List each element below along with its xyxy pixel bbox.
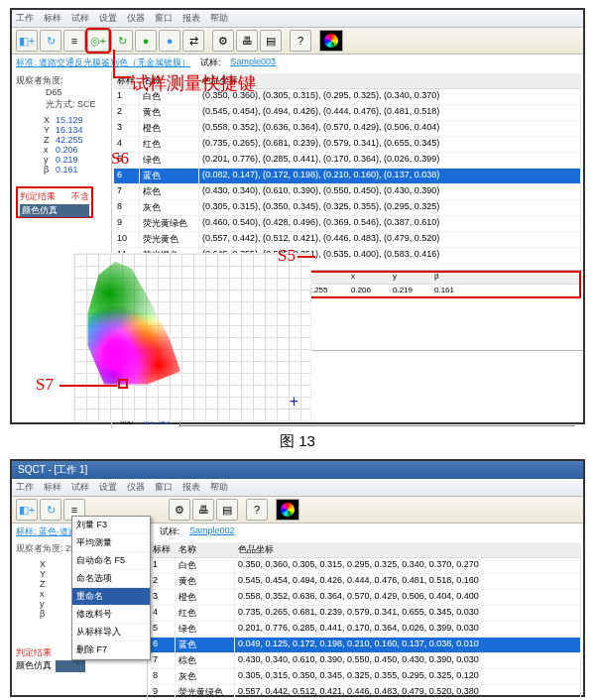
table-row[interactable]: 7棕色0.430, 0.340, 0.610, 0.390, 0.550, 0.…: [150, 653, 581, 669]
green-circle-icon[interactable]: ●: [135, 30, 157, 52]
menu-item[interactable]: 自动命名 F5: [72, 552, 150, 570]
col-header[interactable]: 名称: [176, 542, 235, 557]
menu-item[interactable]: 帮助: [210, 481, 228, 494]
coord-label: X: [44, 115, 56, 125]
chart-icon[interactable]: ▤: [260, 30, 282, 52]
menu-item[interactable]: 删除 F7: [72, 642, 150, 659]
table-row[interactable]: 3橙色0.558, 0.352, 0.636, 0.364, 0.570, 0.…: [150, 590, 581, 606]
chart-icon[interactable]: ▤: [216, 499, 238, 521]
coord-value: 0.206: [56, 145, 78, 155]
annot-measure: 试样测量快捷键: [131, 71, 256, 95]
coord-label: x: [40, 589, 52, 599]
menu-item[interactable]: 设置: [99, 481, 117, 494]
col-header[interactable]: 色品坐标: [199, 73, 581, 88]
sample-link[interactable]: Sample003: [231, 57, 277, 69]
coord-value: 15.129: [56, 115, 83, 125]
annot-s5: S5: [278, 246, 296, 266]
result-title: 判定结果: [16, 647, 52, 657]
menu-item[interactable]: 命名选项: [72, 570, 150, 588]
coord-label: x: [44, 145, 56, 155]
help-icon[interactable]: ?: [290, 30, 311, 52]
coord-label: Z: [40, 579, 52, 589]
print-icon[interactable]: 🖶: [236, 30, 258, 52]
table-row[interactable]: 5绿色(0.201, 0.776), (0.285, 0.441), (0.17…: [114, 153, 581, 169]
coord-label: Y: [44, 125, 56, 135]
menu-item[interactable]: 试样: [71, 481, 89, 494]
table-row[interactable]: 1白色0.350, 0.360, 0.305, 0.315, 0.295, 0.…: [150, 558, 581, 574]
coord-label: Y: [40, 569, 52, 579]
coord-label: β: [44, 165, 56, 175]
table-row[interactable]: 4红色0.735, 0.265, 0.681, 0.239, 0.579, 0.…: [150, 606, 581, 622]
coord-value: 0.161: [56, 165, 78, 175]
menu-item[interactable]: 报表: [182, 481, 200, 494]
blue-circle-icon[interactable]: ●: [159, 30, 180, 52]
table-row[interactable]: 8灰色(0.305, 0.315), (0.350, 0.345), (0.32…: [114, 200, 581, 216]
light-mode-value: SCE: [77, 99, 96, 109]
toolbar: ◧+ ↻ ≡ ◎+ ↻ ● ● ⇄ ⚙ 🖶 ▤ ?: [12, 28, 583, 55]
menu-item[interactable]: 工作: [16, 481, 34, 494]
sample-context-menu: 刘量 F3 平均测量 自动命名 F5 命名选项 重命名 修改料号 从标样导入 删…: [71, 516, 151, 660]
sqct-logo-icon[interactable]: [276, 499, 299, 521]
coord-value: 0.219: [56, 155, 78, 165]
refresh-icon[interactable]: ↻: [40, 499, 61, 521]
refresh2-icon[interactable]: ↻: [111, 30, 133, 52]
gear-icon[interactable]: ⚙: [169, 499, 190, 521]
annot-s6: S6: [111, 149, 129, 169]
print-icon[interactable]: 🖶: [192, 499, 214, 521]
coord-label: Z: [44, 135, 56, 145]
measure-sample-icon[interactable]: ◎+: [87, 30, 109, 52]
sample-link[interactable]: Sample002: [189, 525, 235, 538]
menu-bar: 工作 标样 试样 设置 仪器 窗口 报表 帮助: [12, 479, 583, 497]
menu-item[interactable]: 工作: [16, 12, 34, 25]
table-row[interactable]: 5绿色0.201, 0.776, 0.285, 0.441, 0.170, 0.…: [150, 622, 581, 638]
menu-item[interactable]: 窗口: [155, 481, 173, 494]
table-row[interactable]: 9荧光黄绿色0.557, 0.442, 0.512, 0.421, 0.446,…: [150, 685, 581, 700]
table-row[interactable]: 2黄色(0.545, 0.454), (0.494, 0.426), (0.44…: [114, 105, 581, 121]
menu-item[interactable]: 从标样导入: [72, 624, 150, 642]
col-header[interactable]: 色品坐标: [235, 542, 581, 557]
table-row[interactable]: 2黄色0.545, 0.454, 0.494, 0.426, 0.444, 0.…: [150, 574, 581, 590]
menu-item[interactable]: 报表: [182, 12, 200, 25]
color-swatch: [56, 660, 85, 672]
standard-link[interactable]: 标样: 蓝色·道路: [16, 525, 77, 538]
coord-label: β: [40, 609, 52, 619]
menu-item[interactable]: 标样: [44, 481, 61, 494]
menu-item[interactable]: 平均测量: [72, 534, 150, 552]
menu-item[interactable]: 修改料号: [72, 606, 150, 624]
col-header[interactable]: 标样: [150, 542, 176, 557]
result-title: 判定结果: [20, 191, 56, 201]
result-box: 判定结果 不含 颜色仿真: [16, 186, 93, 218]
table-row[interactable]: 10荧光黄色(0.557, 0.442), (0.512, 0.421), (0…: [114, 232, 581, 248]
menu-item[interactable]: 刘量 F3: [72, 517, 150, 534]
coord-label: y: [44, 155, 56, 165]
cie-diagram: +: [73, 253, 311, 421]
menu-item[interactable]: 窗口: [155, 12, 173, 25]
menu-item-rename[interactable]: 重命名: [72, 588, 150, 606]
swap-icon[interactable]: ⇄: [182, 30, 204, 52]
refresh-icon[interactable]: ↻: [40, 30, 61, 52]
menu-item[interactable]: 仪器: [127, 481, 145, 494]
list-icon[interactable]: ≡: [63, 30, 85, 52]
measure-standard-icon[interactable]: ◧+: [16, 30, 38, 52]
light-mode-label: 光方式:: [46, 99, 75, 109]
table-row[interactable]: 7棕色(0.430, 0.340), (0.610, 0.390), (0.55…: [114, 184, 581, 200]
menu-item[interactable]: 设置: [99, 12, 117, 25]
s7-point: [118, 379, 128, 389]
menu-item[interactable]: 帮助: [210, 12, 228, 25]
coord-value: 16.134: [56, 125, 83, 135]
table-row[interactable]: 6蓝色0.049, 0.125, 0.172, 0.198, 0.210, 0.…: [150, 638, 581, 653]
result-value: 不含: [71, 190, 89, 203]
measure-standard-icon[interactable]: ◧+: [16, 499, 38, 521]
table-row[interactable]: 6蓝色(0.082, 0.147), (0.172, 0.198), (0.21…: [114, 169, 581, 184]
help-icon[interactable]: ?: [246, 499, 268, 521]
sqct-logo-icon[interactable]: [319, 30, 343, 52]
menu-item[interactable]: 标样: [44, 12, 61, 25]
standard-link[interactable]: 标准: 道路交通反光膜鉴别色（无金属镀膜）: [16, 57, 190, 69]
table-row[interactable]: 3橙色(0.558, 0.352), (0.636, 0.364), (0.57…: [114, 121, 581, 137]
table-row[interactable]: 4红色(0.735, 0.265), (0.681, 0.239), (0.57…: [114, 137, 581, 153]
table-row[interactable]: 8灰色0.305, 0.315, 0.350, 0.345, 0.325, 0.…: [150, 669, 581, 685]
menu-item[interactable]: 试样: [71, 12, 89, 25]
table-row[interactable]: 9荧光黄绿色(0.460, 0.540), (0.428, 0.496), (0…: [114, 216, 581, 232]
gear-icon[interactable]: ⚙: [212, 30, 234, 52]
menu-item[interactable]: 仪器: [127, 12, 145, 25]
